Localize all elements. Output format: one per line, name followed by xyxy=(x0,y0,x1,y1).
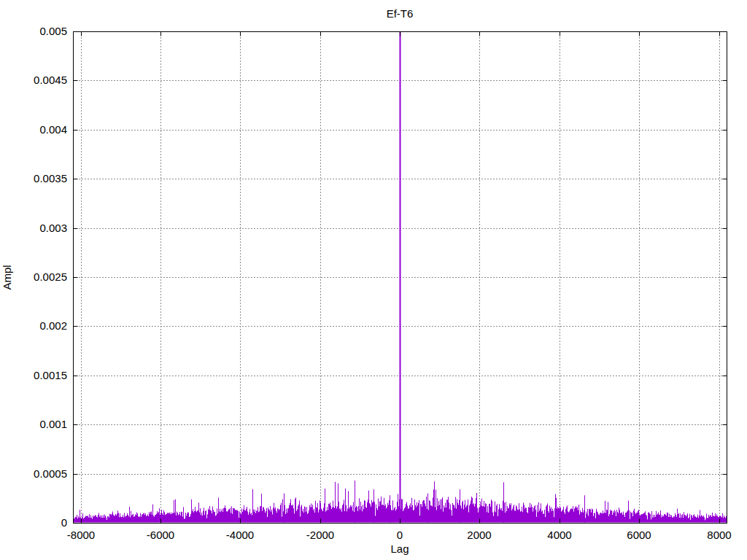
svg-text:0.0045: 0.0045 xyxy=(34,74,67,86)
svg-text:0.0005: 0.0005 xyxy=(34,467,67,480)
plot-svg: -8000-6000-4000-200002000400060008000 00… xyxy=(0,0,747,560)
svg-text:0.003: 0.003 xyxy=(39,222,67,234)
svg-text:0.0025: 0.0025 xyxy=(34,271,67,283)
svg-text:0.0015: 0.0015 xyxy=(34,369,67,381)
svg-text:-8000: -8000 xyxy=(67,529,95,541)
svg-text:6000: 6000 xyxy=(627,529,651,541)
svg-text:0.002: 0.002 xyxy=(39,319,67,332)
svg-text:0: 0 xyxy=(397,529,403,541)
x-tick-labels: -8000-6000-4000-200002000400060008000 xyxy=(67,529,732,541)
svg-text:0: 0 xyxy=(61,516,67,529)
svg-text:0.001: 0.001 xyxy=(39,418,67,430)
svg-text:0.004: 0.004 xyxy=(39,123,67,136)
svg-text:2000: 2000 xyxy=(467,529,491,541)
svg-text:-4000: -4000 xyxy=(226,529,254,541)
y-tick-labels: 00.00050.0010.00150.0020.00250.0030.0035… xyxy=(34,25,67,529)
svg-text:-6000: -6000 xyxy=(147,529,174,541)
chart-canvas: Ef-T6 Ampl Lag -8000-6000-4000-200002000… xyxy=(0,0,747,560)
svg-text:4000: 4000 xyxy=(547,529,571,541)
svg-text:-2000: -2000 xyxy=(306,529,334,541)
svg-text:0.005: 0.005 xyxy=(39,25,67,37)
svg-text:8000: 8000 xyxy=(707,529,731,541)
svg-text:0.0035: 0.0035 xyxy=(34,172,67,184)
